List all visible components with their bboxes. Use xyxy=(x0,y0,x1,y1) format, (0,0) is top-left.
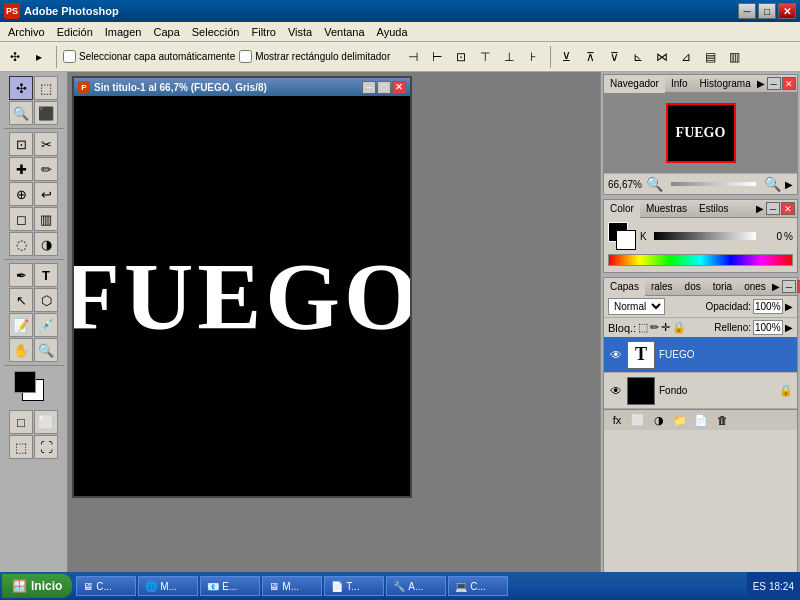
color-minimize-btn[interactable]: ─ xyxy=(766,202,780,215)
distribute-left-btn[interactable]: ⊻ xyxy=(555,46,577,68)
move-tool[interactable]: ✣ xyxy=(9,76,33,100)
color-panel-arrow[interactable]: ▶ xyxy=(756,203,764,214)
shape-tool[interactable]: ⬡ xyxy=(34,288,58,312)
slice-tool[interactable]: ✂ xyxy=(34,132,58,156)
doc-minimize-btn[interactable]: ─ xyxy=(362,81,376,94)
lasso-tool[interactable]: ⬚ xyxy=(34,76,58,100)
tab-historia[interactable]: toria xyxy=(707,278,738,296)
auto-select-checkbox[interactable] xyxy=(63,50,76,63)
layers-panel-arrow[interactable]: ▶ xyxy=(772,281,780,292)
start-button[interactable]: 🪟 Inicio xyxy=(2,574,72,598)
blur-tool[interactable]: ◌ xyxy=(9,232,33,256)
align-center-btn[interactable]: ⊢ xyxy=(426,46,448,68)
history-brush[interactable]: ↩ xyxy=(34,182,58,206)
quick-mask-btn[interactable]: ⬜ xyxy=(34,410,58,434)
taskbar-item-5[interactable]: 🔧 A... xyxy=(386,576,446,596)
k-slider[interactable] xyxy=(654,232,756,240)
document-canvas[interactable]: FUEGO xyxy=(74,96,410,496)
nav-zoom-out-btn[interactable]: 🔍 xyxy=(646,176,663,192)
tab-color[interactable]: Color xyxy=(604,200,640,218)
color-close-btn[interactable]: ✕ xyxy=(781,202,795,215)
align-left-btn[interactable]: ⊣ xyxy=(402,46,424,68)
menu-seleccion[interactable]: Selección xyxy=(186,24,246,40)
hand-tool[interactable]: ✋ xyxy=(9,338,33,362)
eraser-tool[interactable]: ◻ xyxy=(9,207,33,231)
distribute-top-btn[interactable]: ⊾ xyxy=(627,46,649,68)
taskbar-item-4[interactable]: 📄 T... xyxy=(324,576,384,596)
layers-new-btn[interactable]: 📄 xyxy=(692,412,710,428)
magic-wand-tool[interactable]: 🔍 xyxy=(9,101,33,125)
taskbar-item-6[interactable]: 💻 C... xyxy=(448,576,508,596)
heal-tool[interactable]: ✚ xyxy=(9,157,33,181)
tab-muestras[interactable]: Muestras xyxy=(640,200,693,218)
notes-tool[interactable]: 📝 xyxy=(9,313,33,337)
layers-folder-btn[interactable]: 📁 xyxy=(671,412,689,428)
tab-capas[interactable]: Capas xyxy=(604,278,645,296)
opacity-input[interactable] xyxy=(753,299,783,314)
align-top-btn[interactable]: ⊤ xyxy=(474,46,496,68)
tab-info[interactable]: Info xyxy=(665,75,694,93)
menu-imagen[interactable]: Imagen xyxy=(99,24,148,40)
select-tool[interactable]: ⬛ xyxy=(34,101,58,125)
dodge-tool[interactable]: ◑ xyxy=(34,232,58,256)
minimize-button[interactable]: ─ xyxy=(738,3,756,19)
auto-select-checkbox-label[interactable]: Seleccionar capa automáticamente xyxy=(63,50,235,63)
menu-ventana[interactable]: Ventana xyxy=(318,24,370,40)
lock-position-icon[interactable]: ✛ xyxy=(661,321,670,334)
move-tool-btn[interactable]: ✣ xyxy=(4,46,26,68)
lock-image-icon[interactable]: ✏ xyxy=(650,321,659,334)
align-bottom-btn[interactable]: ⊦ xyxy=(522,46,544,68)
doc-close-btn[interactable]: ✕ xyxy=(392,81,406,94)
tab-canales[interactable]: rales xyxy=(645,278,679,296)
layer-fuego[interactable]: 👁 T FUEGO xyxy=(604,337,797,373)
blend-mode-select[interactable]: Normal xyxy=(608,298,665,315)
menu-vista[interactable]: Vista xyxy=(282,24,318,40)
distribute-bottom-btn[interactable]: ⊿ xyxy=(675,46,697,68)
nav-close-btn[interactable]: ✕ xyxy=(782,77,796,90)
distribute-middle-btn[interactable]: ⋈ xyxy=(651,46,673,68)
distribute-right-btn[interactable]: ⊽ xyxy=(603,46,625,68)
lock-transparent-icon[interactable]: ⬚ xyxy=(638,321,648,334)
fill-arrow[interactable]: ▶ xyxy=(785,322,793,333)
full-screen-btn[interactable]: ⛶ xyxy=(34,435,58,459)
layers-mask-btn[interactable]: ⬜ xyxy=(629,412,647,428)
layer-fondo-visibility[interactable]: 👁 xyxy=(608,383,624,399)
zoom-tool[interactable]: 🔍 xyxy=(34,338,58,362)
gradient-tool[interactable]: ▥ xyxy=(34,207,58,231)
menu-capa[interactable]: Capa xyxy=(147,24,185,40)
foreground-color-swatch[interactable] xyxy=(14,371,36,393)
pen-tool[interactable]: ✒ xyxy=(9,263,33,287)
layer-fondo[interactable]: 👁 Fondo 🔒 xyxy=(604,373,797,409)
tab-histograma[interactable]: Histograma xyxy=(694,75,757,93)
taskbar-item-1[interactable]: 🌐 M... xyxy=(138,576,198,596)
tab-acciones[interactable]: ones xyxy=(738,278,772,296)
select-path-tool[interactable]: ↖ xyxy=(9,288,33,312)
navigator-slider[interactable] xyxy=(671,182,756,186)
tab-navegador[interactable]: Navegador xyxy=(604,75,665,93)
color-spectrum-bar[interactable] xyxy=(608,254,793,266)
auto-align-btn[interactable]: ▤ xyxy=(699,46,721,68)
maximize-button[interactable]: □ xyxy=(758,3,776,19)
layers-fx-btn[interactable]: fx xyxy=(608,412,626,428)
taskbar-item-2[interactable]: 📧 E... xyxy=(200,576,260,596)
distribute-center-btn[interactable]: ⊼ xyxy=(579,46,601,68)
align-right-btn[interactable]: ⊡ xyxy=(450,46,472,68)
layers-minimize-btn[interactable]: ─ xyxy=(782,280,796,293)
nav-arrow-btn[interactable]: ▶ xyxy=(785,179,793,190)
background-swatch[interactable] xyxy=(616,230,636,250)
eyedropper-tool[interactable]: 💉 xyxy=(34,313,58,337)
show-bounds-checkbox-label[interactable]: Mostrar rectángulo delimitador xyxy=(239,50,390,63)
doc-maximize-btn[interactable]: □ xyxy=(377,81,391,94)
type-tool[interactable]: T xyxy=(34,263,58,287)
taskbar-item-3[interactable]: 🖥 M... xyxy=(262,576,322,596)
taskbar-item-0[interactable]: 🖥 C... xyxy=(76,576,136,596)
menu-ayuda[interactable]: Ayuda xyxy=(371,24,414,40)
tab-estilos[interactable]: Estilos xyxy=(693,200,734,218)
close-button[interactable]: ✕ xyxy=(778,3,796,19)
show-bounds-checkbox[interactable] xyxy=(239,50,252,63)
layers-adjustment-btn[interactable]: ◑ xyxy=(650,412,668,428)
fill-input[interactable] xyxy=(753,320,783,335)
clone-tool[interactable]: ⊕ xyxy=(9,182,33,206)
crop-tool[interactable]: ⊡ xyxy=(9,132,33,156)
navigator-panel-arrow[interactable]: ▶ xyxy=(757,78,765,89)
